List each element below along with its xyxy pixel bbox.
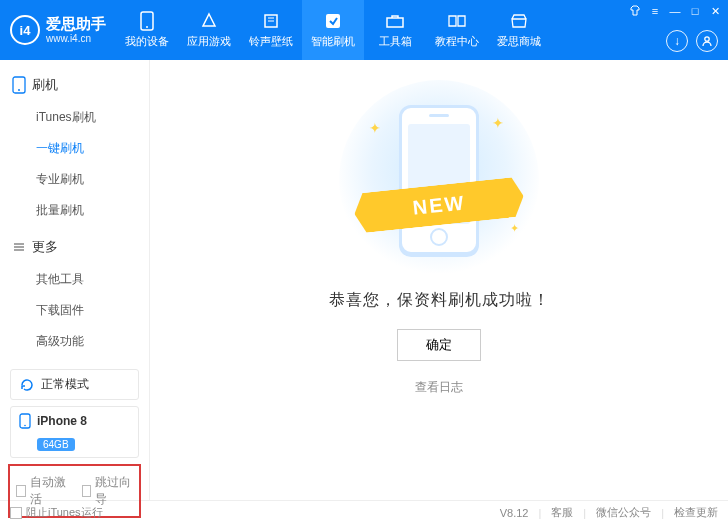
- sidebar-item-advanced[interactable]: 高级功能: [0, 326, 149, 357]
- sparkle-icon: ✦: [510, 222, 519, 235]
- ok-button[interactable]: 确定: [397, 329, 481, 361]
- sidebar-item-other-tools[interactable]: 其他工具: [0, 264, 149, 295]
- block-itunes-checkbox[interactable]: 阻止iTunes运行: [10, 505, 103, 520]
- device-icon: [137, 12, 157, 30]
- top-right-actions: ↓: [666, 30, 718, 52]
- sidebar-group-title: 更多: [32, 238, 58, 256]
- success-message: 恭喜您，保资料刷机成功啦！: [329, 290, 550, 311]
- skin-button[interactable]: [628, 4, 642, 18]
- device-card[interactable]: iPhone 8 64GB: [10, 406, 139, 458]
- minimize-button[interactable]: —: [668, 4, 682, 18]
- skip-guide-checkbox[interactable]: 跳过向导: [82, 474, 134, 508]
- phone-illustration-icon: [399, 105, 479, 255]
- checkbox-label: 自动激活: [30, 474, 68, 508]
- nav-tutorial[interactable]: 教程中心: [426, 0, 488, 60]
- user-button[interactable]: [696, 30, 718, 52]
- sparkle-icon: ✦: [369, 120, 381, 136]
- status-link-support[interactable]: 客服: [551, 505, 573, 520]
- flash-icon: [323, 12, 343, 30]
- brand: i4 爱思助手 www.i4.cn: [10, 15, 106, 45]
- nav-ringtone[interactable]: 铃声壁纸: [240, 0, 302, 60]
- checkbox-label: 跳过向导: [95, 474, 133, 508]
- checkbox-label: 阻止iTunes运行: [26, 505, 103, 520]
- auto-activate-checkbox[interactable]: 自动激活: [16, 474, 68, 508]
- sidebar-item-onekey-flash[interactable]: 一键刷机: [0, 133, 149, 164]
- nav-label: 应用游戏: [187, 34, 231, 49]
- toolbox-icon: [385, 12, 405, 30]
- nav-apps[interactable]: 应用游戏: [178, 0, 240, 60]
- menu-button[interactable]: ≡: [648, 4, 662, 18]
- sidebar-group-more[interactable]: 更多: [0, 232, 149, 262]
- nav-label: 工具箱: [379, 34, 412, 49]
- sidebar-item-download-fw[interactable]: 下载固件: [0, 295, 149, 326]
- device-name: iPhone 8: [37, 414, 87, 428]
- phone-icon: [12, 76, 26, 94]
- sidebar-group-title: 刷机: [32, 76, 58, 94]
- mode-label: 正常模式: [41, 376, 89, 393]
- apps-icon: [199, 12, 219, 30]
- refresh-icon: [19, 377, 35, 393]
- storage-badge: 64GB: [37, 438, 75, 451]
- nav-my-device[interactable]: 我的设备: [116, 0, 178, 60]
- svg-rect-4: [387, 18, 403, 27]
- close-button[interactable]: ✕: [708, 4, 722, 18]
- version-label: V8.12: [500, 507, 529, 519]
- top-bar: i4 爱思助手 www.i4.cn 我的设备 应用游戏 铃声壁纸: [0, 0, 728, 60]
- nav-label: 教程中心: [435, 34, 479, 49]
- sidebar-item-itunes-flash[interactable]: iTunes刷机: [0, 102, 149, 133]
- sidebar-item-pro-flash[interactable]: 专业刷机: [0, 164, 149, 195]
- main-content: ✦ ✦ ✦ NEW 恭喜您，保资料刷机成功啦！ 确定 查看日志: [150, 60, 728, 500]
- nav-label: 智能刷机: [311, 34, 355, 49]
- top-nav: 我的设备 应用游戏 铃声壁纸 智能刷机 工具箱: [116, 0, 550, 60]
- nav-label: 我的设备: [125, 34, 169, 49]
- svg-point-9: [24, 425, 26, 427]
- sparkle-icon: ✦: [492, 115, 504, 131]
- sidebar: 刷机 iTunes刷机 一键刷机 专业刷机 批量刷机 更多 其他工具 下载固件 …: [0, 60, 150, 500]
- view-log-link[interactable]: 查看日志: [415, 379, 463, 396]
- brand-logo-icon: i4: [10, 15, 40, 45]
- shop-icon: [509, 12, 529, 30]
- nav-shop[interactable]: 爱思商城: [488, 0, 550, 60]
- window-controls: ≡ — □ ✕: [628, 4, 722, 18]
- nav-label: 铃声壁纸: [249, 34, 293, 49]
- svg-point-7: [18, 89, 20, 91]
- checkbox-icon: [82, 485, 92, 497]
- book-icon: [447, 12, 467, 30]
- sidebar-item-batch-flash[interactable]: 批量刷机: [0, 195, 149, 226]
- phone-icon: [19, 413, 31, 429]
- sidebar-group-flash[interactable]: 刷机: [0, 70, 149, 100]
- success-illustration: ✦ ✦ ✦ NEW: [329, 100, 549, 260]
- download-button[interactable]: ↓: [666, 30, 688, 52]
- checkbox-icon: [16, 485, 26, 497]
- brand-name: 爱思助手: [46, 16, 106, 33]
- status-link-wechat[interactable]: 微信公众号: [596, 505, 651, 520]
- svg-point-1: [146, 26, 148, 28]
- status-link-update[interactable]: 检查更新: [674, 505, 718, 520]
- svg-point-5: [705, 37, 709, 41]
- nav-label: 爱思商城: [497, 34, 541, 49]
- svg-rect-3: [326, 14, 340, 28]
- nav-flash[interactable]: 智能刷机: [302, 0, 364, 60]
- checkbox-icon: [10, 507, 22, 519]
- more-icon: [12, 240, 26, 254]
- mode-card[interactable]: 正常模式: [10, 369, 139, 400]
- nav-toolbox[interactable]: 工具箱: [364, 0, 426, 60]
- brand-url: www.i4.cn: [46, 33, 106, 44]
- maximize-button[interactable]: □: [688, 4, 702, 18]
- music-icon: [261, 12, 281, 30]
